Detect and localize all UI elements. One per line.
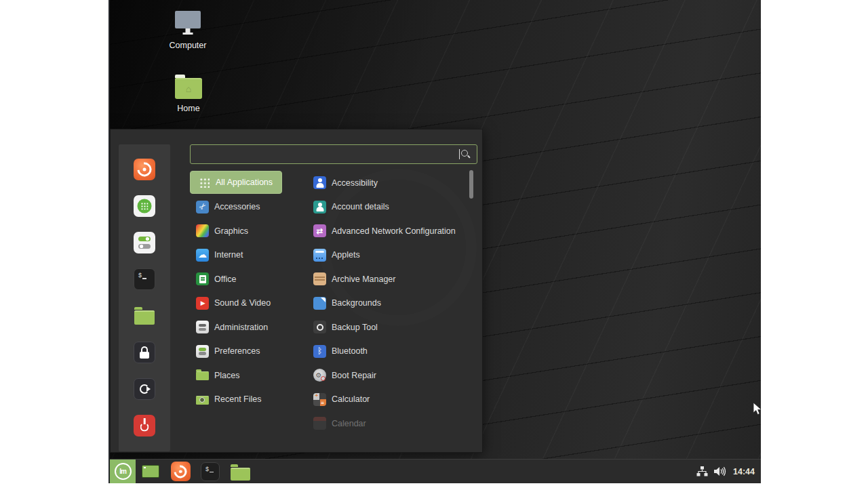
sliders-icon: [196, 321, 209, 333]
sliders-green-icon: [196, 345, 209, 358]
favorites-sidebar: [119, 144, 170, 451]
calculator-icon: [313, 393, 326, 406]
search-input[interactable]: [191, 149, 460, 159]
software-manager-icon[interactable]: [134, 195, 155, 217]
folder-icon: [196, 369, 209, 382]
folder-icon[interactable]: [134, 305, 155, 327]
mouse-cursor: [753, 402, 761, 419]
home-folder-icon: [175, 78, 202, 99]
folder-icon: [231, 462, 250, 481]
desktop-icon-home[interactable]: Home: [157, 75, 220, 113]
padlock-icon[interactable]: [134, 342, 155, 363]
terminal-launcher[interactable]: [195, 460, 225, 483]
cloud-icon: [196, 249, 209, 262]
firefox-icon: [171, 462, 191, 481]
calendar-icon: [313, 417, 326, 430]
category-internet[interactable]: Internet: [190, 243, 305, 268]
archive-box-icon: [313, 272, 326, 285]
desktop-icon-computer[interactable]: Computer: [157, 11, 219, 50]
category-sound-video[interactable]: Sound & Video: [190, 291, 305, 316]
desktop-icon-label: Home: [177, 104, 199, 113]
category-accessories[interactable]: Accessories: [190, 195, 305, 220]
power-icon[interactable]: [134, 415, 155, 436]
scrollbar-thumb[interactable]: [469, 170, 473, 199]
accessibility-person-icon: [313, 176, 326, 189]
application-menu: All Applications Accessories Graphics In…: [110, 129, 483, 453]
category-places[interactable]: Places: [190, 363, 305, 388]
taskbar-launchers: lm: [110, 460, 255, 483]
screen: Computer Home: [0, 0, 868, 488]
app-applets[interactable]: Applets: [307, 243, 471, 268]
play-icon: [196, 297, 209, 310]
category-graphics[interactable]: Graphics: [190, 219, 305, 243]
search-box[interactable]: [190, 144, 477, 164]
firefox-launcher[interactable]: [165, 460, 195, 483]
clock[interactable]: 14:44: [733, 467, 755, 476]
category-all-applications[interactable]: All Applications: [190, 171, 282, 194]
network-arrows-icon: [313, 224, 326, 237]
computer-monitor-icon: [175, 11, 201, 28]
category-preferences[interactable]: Preferences: [190, 340, 305, 364]
category-office[interactable]: Office: [190, 267, 305, 291]
app-backup-tool[interactable]: Backup Tool: [307, 315, 471, 340]
window-icon: [142, 465, 159, 478]
app-archive-manager[interactable]: Archive Manager: [307, 267, 471, 291]
category-recent-files[interactable]: Recent Files: [190, 388, 305, 412]
app-backgrounds[interactable]: Backgrounds: [307, 291, 471, 316]
search-icon: [460, 149, 471, 160]
folder-clock-icon: [196, 393, 209, 406]
desktop-icon-label: Computer: [170, 41, 207, 50]
grid-icon: [199, 177, 210, 188]
speaker-icon[interactable]: [714, 466, 727, 476]
firefox-icon[interactable]: [134, 159, 155, 180]
document-icon: [196, 272, 209, 285]
desktop-wallpaper: Computer Home: [108, 0, 761, 483]
wired-network-icon[interactable]: [696, 466, 708, 476]
system-tray: 14:44: [696, 460, 761, 483]
user-bust-icon: [313, 201, 326, 214]
menu-button[interactable]: lm: [110, 460, 136, 483]
files-launcher[interactable]: [225, 460, 255, 483]
app-advanced-network-configuration[interactable]: Advanced Network Configuration: [307, 219, 471, 243]
terminal-icon: [201, 462, 220, 481]
category-list: All Applications Accessories Graphics In…: [190, 171, 305, 411]
bluetooth-icon: [313, 345, 326, 358]
wallpaper-page-icon: [313, 297, 326, 310]
settings-toggles-icon[interactable]: [134, 232, 155, 253]
app-calculator[interactable]: Calculator: [307, 388, 471, 412]
backup-circle-icon: [313, 321, 326, 333]
logout-icon[interactable]: [134, 378, 155, 400]
scissors-icon: [196, 201, 209, 214]
app-accessibility[interactable]: Accessibility: [307, 171, 471, 195]
rainbow-icon: [196, 224, 209, 237]
application-list: Accessibility Account details Advanced N…: [307, 171, 471, 436]
panel-applets-icon: [313, 249, 326, 262]
category-administration[interactable]: Administration: [190, 315, 305, 340]
disc-magnifier-icon: [313, 369, 326, 382]
app-account-details[interactable]: Account details: [307, 195, 471, 220]
mint-logo-icon: lm: [115, 463, 132, 480]
app-calendar[interactable]: Calendar: [307, 411, 471, 436]
app-boot-repair[interactable]: Boot Repair: [307, 363, 471, 388]
taskbar: lm: [110, 459, 761, 483]
show-desktop-button[interactable]: [136, 460, 165, 483]
app-bluetooth[interactable]: Bluetooth: [307, 340, 471, 364]
terminal-icon[interactable]: [134, 268, 155, 290]
